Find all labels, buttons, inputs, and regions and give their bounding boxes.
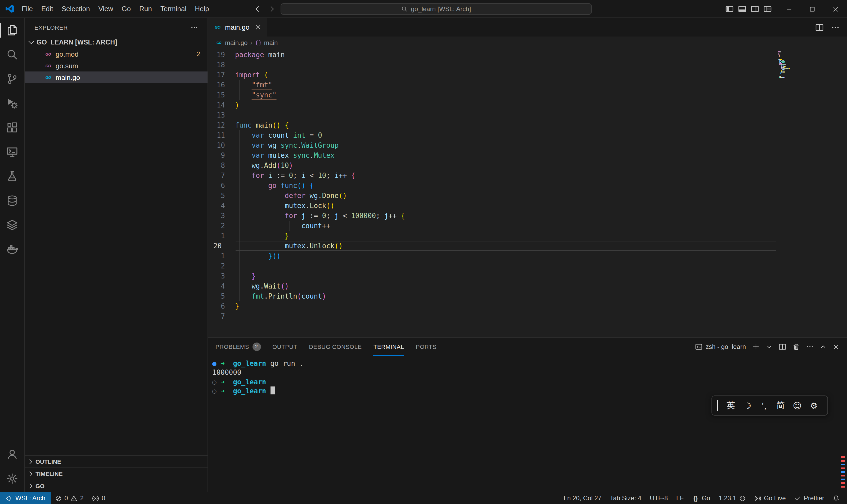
- kill-terminal-icon[interactable]: [792, 343, 800, 350]
- code-line[interactable]: 3 }: [208, 271, 847, 281]
- editor-more-actions-icon[interactable]: [831, 23, 840, 32]
- code-line[interactable]: 17import (: [208, 70, 847, 80]
- status-cursor-position[interactable]: Ln 20, Col 27: [560, 492, 606, 504]
- breadcrumb-file[interactable]: main.go: [225, 39, 248, 47]
- terminal-instance[interactable]: zsh - go_learn: [695, 343, 746, 350]
- panel-tab-debug-console[interactable]: DEBUG CONSOLE: [309, 338, 362, 356]
- code-line[interactable]: 4 mutex.Lock(): [208, 201, 847, 211]
- terminal-output[interactable]: ● ➜ go_learn go run .1000000○ ➜ go_learn…: [208, 356, 847, 492]
- maximize-button[interactable]: [800, 0, 824, 18]
- command-center[interactable]: go_learn [WSL: Arch]: [281, 3, 592, 15]
- file-item-go.mod[interactable]: GOgo.mod2: [25, 48, 208, 60]
- menu-file[interactable]: File: [17, 2, 37, 15]
- code-line[interactable]: 1 }: [208, 231, 847, 241]
- explorer-more-actions-icon[interactable]: [191, 23, 198, 31]
- status-notifications[interactable]: [828, 492, 844, 504]
- menu-view[interactable]: View: [94, 2, 118, 15]
- status-go-live[interactable]: Go Live: [750, 492, 790, 504]
- code-line[interactable]: 5 fmt.Println(count): [208, 291, 847, 301]
- code-line[interactable]: 19package main: [208, 50, 847, 60]
- explorer-root-folder[interactable]: GO_LEARN [WSL: ARCH]: [25, 37, 208, 48]
- split-editor-icon[interactable]: [815, 23, 824, 32]
- activity-search[interactable]: [0, 42, 24, 67]
- terminal-profile-dropdown-icon[interactable]: [766, 344, 772, 350]
- ime-charset-toggle[interactable]: 简: [772, 400, 789, 411]
- breadcrumb-symbol[interactable]: main: [264, 39, 278, 47]
- menu-help[interactable]: Help: [191, 2, 213, 15]
- minimap[interactable]: [778, 51, 806, 80]
- close-window-button[interactable]: [824, 0, 847, 18]
- code-line[interactable]: 18: [208, 60, 847, 70]
- activity-remote-explorer[interactable]: [0, 140, 24, 164]
- minimize-button[interactable]: [777, 0, 800, 18]
- activity-manage[interactable]: [0, 466, 24, 491]
- activity-extensions[interactable]: [0, 115, 24, 140]
- status-encoding[interactable]: UTF-8: [646, 492, 672, 504]
- ime-language-mode[interactable]: 英: [723, 400, 739, 411]
- code-line[interactable]: 20 mutex.Unlock(): [208, 241, 847, 251]
- code-line[interactable]: 5 defer wg.Done(): [208, 191, 847, 201]
- status-prettier[interactable]: Prettier: [790, 492, 828, 504]
- panel-tab-ports[interactable]: PORTS: [416, 338, 436, 356]
- toggle-sidebar-icon[interactable]: [725, 5, 734, 13]
- code-line[interactable]: 2 count++: [208, 221, 847, 231]
- code-viewport[interactable]: 19package main1817import (16 "fmt"15 "sy…: [208, 49, 847, 337]
- back-icon[interactable]: [253, 5, 262, 13]
- code-line[interactable]: 12func main() {: [208, 120, 847, 130]
- tab-main-go[interactable]: GO main.go: [208, 18, 268, 37]
- section-timeline[interactable]: TIMELINE: [25, 467, 208, 480]
- panel-tab-terminal[interactable]: TERMINAL: [374, 338, 404, 356]
- code-line[interactable]: 14): [208, 100, 847, 110]
- remote-indicator[interactable]: WSL: Arch: [0, 492, 51, 504]
- code-line[interactable]: 2: [208, 261, 847, 271]
- problems-status[interactable]: 0 2: [51, 492, 88, 504]
- menu-go[interactable]: Go: [118, 2, 135, 15]
- activity-testing[interactable]: [0, 164, 24, 188]
- code-line[interactable]: 7 for i := 0; i < 10; i++ {: [208, 170, 847, 181]
- section-outline[interactable]: OUTLINE: [25, 455, 208, 467]
- activity-source-control[interactable]: [0, 67, 24, 91]
- ime-punctuation-toggle[interactable]: ’,: [756, 400, 772, 411]
- menu-edit[interactable]: Edit: [37, 2, 57, 15]
- panel-tab-problems[interactable]: PROBLEMS2: [215, 338, 261, 356]
- code-line[interactable]: 15 "sync": [208, 90, 847, 100]
- file-item-main.go[interactable]: GOmain.go: [25, 71, 208, 83]
- code-line[interactable]: 11 var count int = 0: [208, 130, 847, 140]
- section-go[interactable]: GO: [25, 480, 208, 492]
- code-line[interactable]: 10 var wg sync.WaitGroup: [208, 140, 847, 150]
- activity-docker[interactable]: [0, 237, 24, 262]
- code-line[interactable]: 6}: [208, 301, 847, 311]
- code-line[interactable]: 3 for j := 0; j < 100000; j++ {: [208, 211, 847, 221]
- activity-explorer[interactable]: [0, 18, 24, 42]
- status-eol[interactable]: LF: [672, 492, 688, 504]
- code-line[interactable]: 13: [208, 110, 847, 120]
- code-line[interactable]: 8 wg.Add(10): [208, 160, 847, 170]
- activity-run-and-debug[interactable]: [0, 91, 24, 115]
- new-terminal-icon[interactable]: [752, 343, 760, 350]
- file-item-go.sum[interactable]: GOgo.sum: [25, 60, 208, 71]
- status-go-version[interactable]: 1.23.1: [715, 492, 750, 504]
- toggle-secondary-sidebar-icon[interactable]: [751, 5, 759, 13]
- status-indentation[interactable]: Tab Size: 4: [606, 492, 646, 504]
- menu-selection[interactable]: Selection: [57, 2, 94, 15]
- menu-run[interactable]: Run: [135, 2, 156, 15]
- status-language-mode[interactable]: {}Go: [688, 492, 715, 504]
- code-line[interactable]: 4 wg.Wait(): [208, 281, 847, 291]
- split-terminal-icon[interactable]: [779, 343, 786, 350]
- activity-database[interactable]: [0, 188, 24, 213]
- code-line[interactable]: 16 "fmt": [208, 80, 847, 90]
- code-line[interactable]: 1 }(): [208, 251, 847, 261]
- code-line[interactable]: 7: [208, 311, 847, 321]
- activity-accounts[interactable]: [0, 442, 24, 466]
- forward-icon[interactable]: [268, 5, 276, 13]
- close-panel-icon[interactable]: [833, 343, 840, 350]
- code-line[interactable]: 9 var mutex sync.Mutex: [208, 150, 847, 160]
- activity-layers[interactable]: [0, 213, 24, 237]
- ime-settings[interactable]: ⚙: [806, 400, 822, 411]
- panel-tab-output[interactable]: OUTPUT: [272, 338, 297, 356]
- panel-more-actions-icon[interactable]: [806, 343, 814, 350]
- toggle-panel-icon[interactable]: [738, 5, 746, 13]
- ime-emoji[interactable]: ☺: [789, 400, 806, 411]
- customize-layout-icon[interactable]: [763, 5, 772, 13]
- tab-close-icon[interactable]: [255, 24, 262, 31]
